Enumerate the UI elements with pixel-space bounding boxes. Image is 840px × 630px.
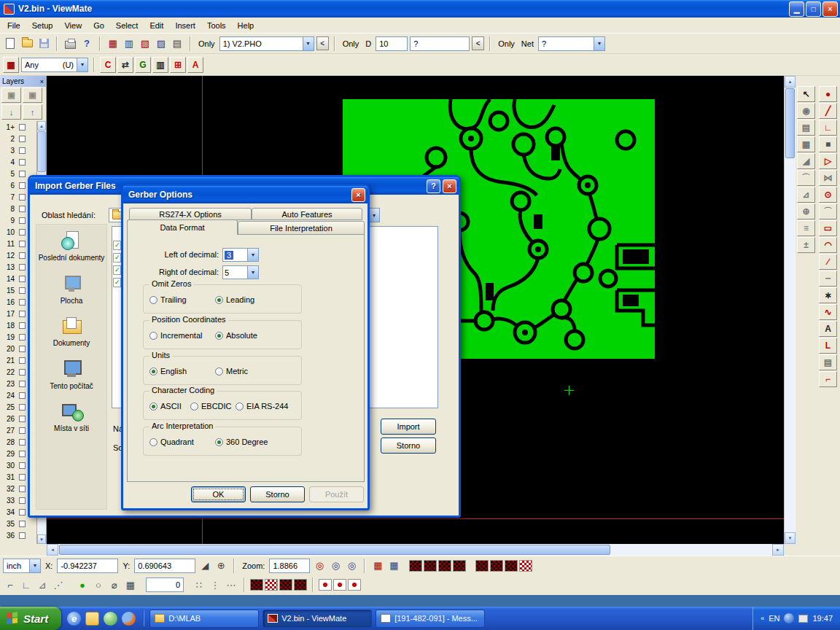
context-help-icon[interactable]: ? <box>79 36 94 50</box>
vertical-scrollbar[interactable]: ▲ ▼ <box>784 76 796 544</box>
chevron-down-icon[interactable]: ▾ <box>247 265 259 279</box>
layer-stack-icon[interactable]: ▤ <box>797 120 815 136</box>
layer-color-swatch[interactable] <box>19 357 26 364</box>
layer-color-swatch[interactable] <box>19 194 26 201</box>
taskbar-button[interactable]: V2.bin - ViewMate <box>262 610 372 628</box>
draw-rect-filled-icon[interactable]: ■ <box>819 136 837 152</box>
tab-data-format[interactable]: Data Format <box>127 219 238 235</box>
scroll-down-icon[interactable]: ▼ <box>785 532 796 544</box>
pad-pattern-4[interactable] <box>519 560 532 572</box>
tray-chevron-icon[interactable]: « <box>761 615 764 622</box>
place-item[interactable]: Dokumenty <box>36 316 106 348</box>
layer-color-swatch[interactable] <box>19 322 26 329</box>
layer-color-swatch[interactable] <box>19 159 26 166</box>
only-layer-toggle[interactable]: Only <box>196 38 217 50</box>
language-indicator[interactable]: EN <box>769 614 779 623</box>
menu-item-go[interactable]: Go <box>88 19 110 32</box>
gerber-file-icon[interactable] <box>113 241 121 250</box>
gerber-file-icon[interactable] <box>113 253 121 262</box>
layers-panel-header[interactable]: Layers × <box>0 76 46 87</box>
list-icon[interactable]: ≡ <box>797 220 815 236</box>
radio-incremental[interactable]: Incremental <box>149 331 202 340</box>
layer-row[interactable]: 36 <box>0 529 36 541</box>
layer-color-swatch[interactable] <box>19 276 26 282</box>
only-dcode-toggle[interactable]: Only <box>341 38 362 50</box>
radio-ebcdic[interactable]: EBCDIC <box>190 402 232 411</box>
layer-row[interactable]: 1+ <box>0 121 36 133</box>
import-dialog-close-button[interactable]: × <box>443 179 456 193</box>
firefox-icon[interactable] <box>122 612 136 626</box>
draw-arc-icon[interactable]: ⌒ <box>819 203 837 219</box>
gerber-dialog-titlebar[interactable]: Gerber Options × <box>123 186 368 203</box>
angle-icon[interactable]: ∟ <box>19 578 34 592</box>
chevron-down-icon[interactable]: ▾ <box>303 36 314 51</box>
zoom-select-icon[interactable]: ◎ <box>312 559 327 572</box>
new-file-icon[interactable] <box>3 36 18 50</box>
diagonal-measure-icon[interactable]: ⋰ <box>51 578 66 592</box>
ok-button[interactable]: OK <box>191 486 246 502</box>
scroll-thumb[interactable] <box>785 88 795 158</box>
mirror-icon[interactable]: ⋈ <box>819 170 837 186</box>
layer-row[interactable]: 4 <box>0 156 36 168</box>
taskbar-button[interactable]: [191-482-091] - Mess... <box>376 610 485 628</box>
draw-pad-icon[interactable]: ● <box>819 86 837 102</box>
open-file-icon[interactable] <box>20 36 34 50</box>
fill-pattern-2[interactable] <box>265 579 278 591</box>
tab-file-interpretation[interactable]: File Interpretation <box>238 221 365 235</box>
save-file-icon[interactable] <box>36 36 51 50</box>
dialog-help-button[interactable]: ? <box>427 179 440 193</box>
scroll-thumb[interactable] <box>59 545 610 555</box>
layer-color-swatch[interactable] <box>19 369 26 376</box>
dot-grid-icon-2[interactable]: ⋮ <box>208 578 222 592</box>
layer-color-swatch[interactable] <box>19 124 26 131</box>
grid-toggle-icon-2[interactable]: ▦ <box>386 559 401 572</box>
swap-arrows-icon[interactable]: ⇄ <box>117 57 133 73</box>
draw-line-icon[interactable]: ╱ <box>819 103 837 119</box>
chevron-down-icon[interactable]: ▾ <box>29 559 41 573</box>
radio-eia-rs244[interactable]: EIA RS-244 <box>236 402 288 411</box>
zoom-in-icon[interactable]: ◎ <box>328 559 343 572</box>
report-icon[interactable]: ▤ <box>170 36 184 50</box>
layer-color-swatch[interactable] <box>19 392 26 399</box>
layer-row[interactable]: 3 <box>0 144 36 156</box>
a-text-icon[interactable]: A <box>187 57 203 73</box>
layers-close-icon[interactable]: × <box>40 78 44 85</box>
layer-color-swatch[interactable] <box>19 404 26 411</box>
point-snap-icon[interactable]: ◉ <box>797 103 815 119</box>
red-dot-toggle-2[interactable] <box>333 579 346 591</box>
layer-table-icon[interactable]: ▨ <box>154 36 168 50</box>
layer-color-swatch[interactable] <box>19 334 26 341</box>
ie-icon[interactable] <box>67 612 81 626</box>
place-item[interactable]: Tento počítač <box>36 359 106 391</box>
dcode-table-icon[interactable]: ▦ <box>106 36 120 50</box>
layer-row[interactable]: 2 <box>0 133 36 144</box>
layer-color-swatch[interactable] <box>19 264 26 271</box>
aperture-list-icon[interactable]: ▥ <box>122 36 136 50</box>
layer-color-swatch[interactable] <box>19 217 26 224</box>
circle-tool-icon[interactable]: ○ <box>91 578 106 592</box>
layer-color-swatch[interactable] <box>19 451 26 457</box>
g-tool-icon[interactable]: G <box>135 57 151 73</box>
fill-pattern-1[interactable] <box>250 579 263 591</box>
minimize-button[interactable]: ▁ <box>789 1 804 17</box>
scroll-down-icon[interactable]: ▼ <box>37 534 46 544</box>
scroll-up-icon[interactable]: ▲ <box>785 76 796 88</box>
origin-icon[interactable]: ⊕ <box>797 203 815 219</box>
menu-item-help[interactable]: Help <box>232 19 260 32</box>
layer-row[interactable]: 35 <box>0 518 36 529</box>
red-dot-toggle-1[interactable] <box>319 579 332 591</box>
gerber-file-icon[interactable] <box>113 278 121 287</box>
tray-app-icon[interactable] <box>784 613 794 623</box>
layer-color-swatch[interactable] <box>19 521 26 527</box>
title-bar[interactable]: V2.bin - ViewMate ▁ □ × <box>0 0 840 18</box>
fill-mode-icon[interactable]: ▦ <box>797 136 815 152</box>
fill-pattern-4[interactable] <box>294 579 307 591</box>
select-cursor-icon[interactable]: ↖ <box>797 86 815 102</box>
menu-item-file[interactable]: File <box>1 19 26 32</box>
layer-down-icon[interactable]: ↓ <box>1 104 21 120</box>
arc-mode-icon[interactable]: ⌒ <box>797 170 815 186</box>
dashed-line-icon[interactable]: ┄ <box>819 271 837 287</box>
draw-circle-pad-icon[interactable]: ⊙ <box>819 187 837 203</box>
media-player-icon[interactable] <box>104 612 117 626</box>
horizontal-scrollbar[interactable]: ◄ ► <box>47 544 784 556</box>
